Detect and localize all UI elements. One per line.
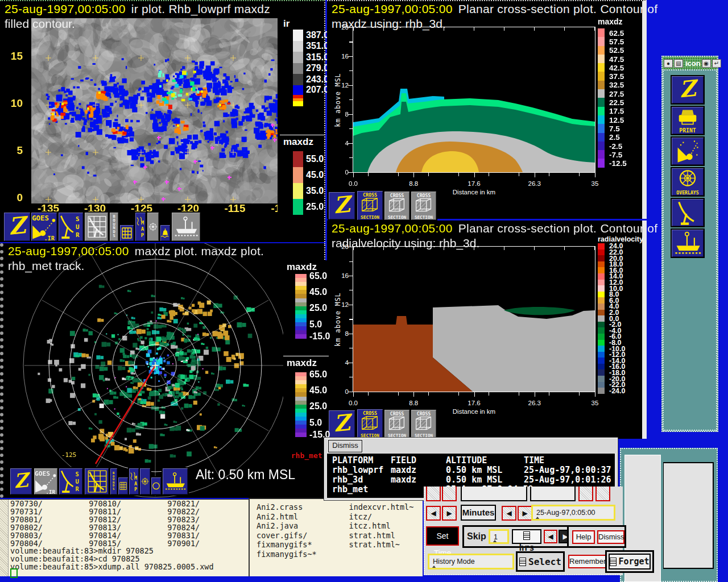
y-tick-label: 16 bbox=[334, 53, 349, 60]
colorbar-value: 5.0 bbox=[309, 418, 322, 428]
ship-icon-button[interactable] bbox=[671, 228, 705, 258]
upper-button[interactable] bbox=[530, 487, 576, 501]
circleic-icon-button[interactable] bbox=[150, 476, 162, 496]
svg-text:CROSS: CROSS bbox=[417, 193, 431, 198]
ir-colorbar: ir387.0351.0315.0279.0243.0207.0 bbox=[280, 17, 324, 134]
zebra-icon-button[interactable]: Z bbox=[328, 191, 356, 221]
colorbar-value: 351.0 bbox=[306, 41, 329, 51]
minute-back-button[interactable]: ◀ bbox=[502, 506, 516, 521]
dismiss-button[interactable]: Dismiss bbox=[597, 530, 624, 544]
wm-iconify-icon[interactable]: ▤ bbox=[674, 59, 683, 68]
ship-icon-button[interactable] bbox=[171, 211, 201, 242]
wm-menu-icon[interactable]: ● bbox=[664, 59, 673, 68]
minute-forward-button[interactable]: ▶ bbox=[518, 506, 532, 521]
buoy-icon-button[interactable] bbox=[159, 224, 171, 242]
colorbar-swatches bbox=[295, 274, 307, 339]
gridradar-icon-button[interactable] bbox=[84, 211, 109, 242]
arrow-button[interactable] bbox=[442, 487, 457, 501]
x-tick-label: 0.0 bbox=[349, 180, 358, 187]
wm-return-icon[interactable]: ↵ bbox=[712, 59, 721, 68]
wheel-icon-button[interactable] bbox=[139, 467, 151, 496]
xterm-window-2[interactable]: Ani2.crass indexcvr.html~Ani2.html itcz/… bbox=[249, 498, 423, 576]
icon-window-titlebar: ● ▤ icon ◉ ↵ bbox=[663, 57, 717, 69]
colorbar-swatches bbox=[295, 372, 307, 437]
cross-icon-button[interactable]: CROSSSECTION bbox=[383, 190, 411, 221]
cross-icon-button[interactable]: CROSSSECTION bbox=[356, 408, 384, 439]
xterm-window[interactable]: 970730/ 970810/ 970821/970731/ 970811/ 9… bbox=[0, 499, 249, 576]
menu-sheet-icon bbox=[610, 558, 617, 566]
grid-icon-button[interactable] bbox=[117, 476, 129, 496]
colorbar-value: 25.0 bbox=[306, 202, 324, 212]
map-icon-button[interactable]: MAP bbox=[134, 211, 147, 242]
goes-icon-button[interactable]: GOES.IR bbox=[30, 211, 58, 242]
forget-button[interactable]: Forget bbox=[609, 554, 651, 569]
history-mode-field[interactable]: History Mode bbox=[428, 554, 514, 569]
cross-icon-button[interactable]: CROSSSECTION bbox=[383, 409, 411, 439]
terminal-text[interactable]: 970730/ 970810/ 970821/970731/ 970811/ 9… bbox=[10, 500, 247, 576]
set-time-button[interactable]: Set Time bbox=[426, 526, 459, 546]
wheel-icon-button[interactable] bbox=[146, 211, 160, 242]
print-icon-button[interactable]: PRINT bbox=[671, 106, 705, 135]
bounds-icon-button[interactable]: BOUNDS bbox=[109, 211, 119, 242]
map-icon-button[interactable]: MAP bbox=[128, 467, 140, 496]
colorbar-value: 62.5 bbox=[609, 28, 624, 37]
wm-zoom-icon[interactable]: ◉ bbox=[702, 59, 711, 68]
zebra-icon-button[interactable]: Z bbox=[671, 75, 705, 105]
satellite-icon-button[interactable] bbox=[671, 136, 705, 166]
terminal-2-text[interactable]: Ani2.crass indexcvr.html~Ani2.html itcz/… bbox=[257, 502, 421, 576]
icon-panel-body: ZPRINTOVERLAYS bbox=[663, 69, 717, 431]
colorbar-value: 5.0 bbox=[309, 319, 322, 330]
xsec-radialvelocity-window: 25-aug-1997,00:05:00Planar cross-section… bbox=[327, 221, 647, 439]
select-button[interactable]: Select bbox=[528, 556, 561, 567]
y-tick-mark bbox=[348, 172, 353, 173]
grid-icon-button[interactable] bbox=[119, 224, 135, 242]
step-back-button[interactable]: ◀ bbox=[426, 506, 441, 521]
overlays-icon-button[interactable]: OVERLAYS bbox=[671, 167, 705, 197]
minutes-button[interactable]: Minutes bbox=[461, 505, 496, 521]
skip-back-button[interactable]: ◀ bbox=[544, 530, 557, 543]
remember-button[interactable]: Remember bbox=[568, 555, 607, 568]
ir-maxdz-colorbar: maxdz55.045.035.025.0 bbox=[280, 135, 324, 221]
svg-text:.IR: .IR bbox=[44, 235, 55, 241]
skip-field[interactable]: 1 bbox=[489, 529, 509, 544]
x-tick-label: 17.6 bbox=[468, 400, 480, 406]
x-tick-label: 0.0 bbox=[349, 400, 358, 406]
cross-icon-button[interactable]: CROSSSECTION bbox=[410, 409, 437, 439]
help-button[interactable]: Help bbox=[572, 530, 595, 544]
svg-text:Z: Z bbox=[13, 468, 32, 493]
time-field[interactable]: 25-Aug-97,0:05:00 bbox=[531, 505, 615, 521]
goes-icon-button[interactable]: GOES.IR bbox=[33, 467, 59, 496]
svg-text:CROSS: CROSS bbox=[363, 410, 377, 416]
arrow-button[interactable] bbox=[595, 487, 610, 501]
zebra-icon-button[interactable]: Z bbox=[3, 211, 31, 242]
radar-plot-window: 25-aug-1997,00:05:00maxdz plot. maxdz pl… bbox=[0, 243, 325, 498]
zebra-icon-window: ● ▤ icon ◉ ↵ ZPRINTOVERLAYS bbox=[661, 56, 718, 432]
gridradar-icon-button[interactable] bbox=[84, 467, 110, 496]
colorbar-value: 25.0 bbox=[309, 303, 327, 313]
sur-icon-button[interactable]: SUR bbox=[57, 211, 84, 242]
step-forward-button[interactable]: ▶ bbox=[442, 506, 457, 521]
hrs-units-button[interactable]: hrs bbox=[512, 529, 541, 544]
y-tick-mark bbox=[348, 143, 353, 144]
arrow-button[interactable] bbox=[426, 487, 441, 501]
ship-track-line bbox=[96, 365, 155, 464]
radarant-icon-button[interactable] bbox=[671, 198, 705, 227]
colorbar-value: 315.0 bbox=[306, 52, 329, 63]
colorbar-value: -15.0 bbox=[309, 331, 330, 342]
sur-icon-button[interactable]: SUR bbox=[58, 467, 84, 496]
cross-icon-button[interactable]: CROSSSECTION bbox=[356, 190, 384, 221]
ship-icon-button[interactable] bbox=[162, 467, 189, 496]
y-tick-mark bbox=[348, 334, 353, 334]
arrow-button[interactable] bbox=[578, 487, 593, 501]
zebra-icon-button[interactable]: Z bbox=[328, 409, 356, 439]
svg-text:U: U bbox=[76, 223, 79, 231]
zebra-icon-button[interactable]: Z bbox=[9, 467, 33, 496]
ir-plot-title-line2: filled contour. bbox=[5, 17, 75, 31]
xsec2-colorbar: radialvelocity24.022.020.018.016.014.012… bbox=[594, 234, 642, 399]
terminal-scrollbar[interactable] bbox=[0, 500, 9, 576]
svg-text:A: A bbox=[141, 226, 144, 232]
dismiss-button[interactable]: Dismiss bbox=[328, 440, 362, 452]
xsec2-y-axis-label: km above MSL bbox=[334, 292, 342, 346]
upper-button[interactable] bbox=[461, 487, 527, 501]
cross-icon-button[interactable]: CROSSSECTION bbox=[410, 190, 437, 221]
